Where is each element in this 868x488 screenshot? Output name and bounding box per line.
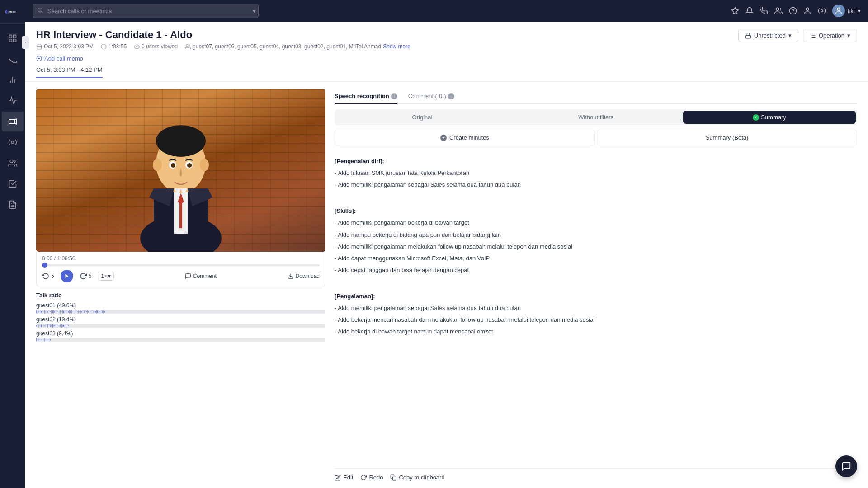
- user-name: fiki: [848, 8, 855, 14]
- help-icon[interactable]: [789, 7, 797, 15]
- video-progress-bar[interactable]: [42, 264, 320, 266]
- summary-item-4: - Aldo mampu bekerja di bidang apa pun d…: [335, 230, 855, 240]
- svg-point-48: [156, 125, 206, 157]
- summary-item-7: - Aldo cepat tanggap dan bisa belajar de…: [335, 265, 855, 275]
- content-tabs: Original Without fillers ✓ Summary: [335, 109, 857, 125]
- tab-without-fillers[interactable]: Without fillers: [509, 111, 682, 124]
- speed-label: 1×: [101, 273, 107, 279]
- avatar: [832, 5, 845, 17]
- edit-label: Edit: [343, 474, 353, 481]
- content-area: HR Interview - Candidate 1 - Aldo Oct 5,…: [25, 22, 868, 488]
- main-container: ▾: [25, 0, 868, 488]
- sidebar-item-dashboard[interactable]: [2, 28, 24, 48]
- show-more-link[interactable]: Show more: [383, 43, 410, 50]
- copy-to-clipboard-label: Copy to clipboard: [399, 474, 444, 481]
- current-time: 0:00: [42, 255, 52, 262]
- user-dropdown-icon: ▾: [858, 8, 861, 14]
- sidebar-item-analytics[interactable]: [2, 91, 24, 111]
- settings-icon[interactable]: [818, 7, 826, 15]
- summary-item-3: - Aldo memiliki pengalaman bekerja di ba…: [335, 218, 855, 228]
- play-button[interactable]: [61, 270, 73, 282]
- redo-label: Redo: [369, 474, 383, 481]
- tab-without-fillers-label: Without fillers: [578, 114, 613, 121]
- video-controls: 0:00 / 1:08:56 5: [36, 252, 326, 286]
- create-minutes-label: Create minutes: [449, 134, 489, 141]
- svg-marker-59: [65, 274, 68, 278]
- sidebar-item-video[interactable]: [2, 112, 24, 131]
- page-header-actions: Unrestricted ▾ Operation ▾: [738, 29, 857, 42]
- meta-date: Oct 5, 2023 3:03 PM: [36, 43, 94, 50]
- download-label: Download: [296, 273, 320, 279]
- chat-bubble[interactable]: [835, 455, 857, 477]
- create-minutes-button[interactable]: ✦ Create minutes: [335, 130, 595, 145]
- talk-ratio-label-guest03: guest03 (9.4%): [36, 330, 326, 337]
- sidebar-collapse-button[interactable]: ›: [22, 36, 29, 49]
- svg-point-54: [187, 163, 192, 168]
- svg-rect-35: [746, 35, 751, 38]
- tab-summary[interactable]: ✓ Summary: [683, 111, 856, 124]
- svg-rect-2: [8, 11, 9, 13]
- video-player[interactable]: [36, 89, 326, 252]
- operation-button[interactable]: Operation ▾: [803, 29, 857, 42]
- meta-duration-value: 1:08:55: [108, 43, 127, 50]
- edit-button[interactable]: Edit: [335, 474, 353, 481]
- talk-ratio-label-guest01: guest01 (49.6%): [36, 302, 326, 309]
- video-panel: 0:00 / 1:08:56 5: [36, 89, 326, 481]
- summary-item-6: - Aldo dapat menggunakan Microsoft Excel…: [335, 253, 855, 263]
- phone-icon[interactable]: [760, 7, 768, 15]
- sidebar-item-tasks[interactable]: [2, 174, 24, 194]
- comment-button[interactable]: Comment: [185, 273, 217, 279]
- svg-rect-4: [9, 35, 12, 38]
- summary-actions: Edit Redo Copy to clipboard: [335, 468, 857, 481]
- talk-ratio-section: Talk ratio guest01 (49.6%): [36, 292, 326, 344]
- meta-duration: 1:08:55: [101, 43, 127, 50]
- right-panel: Speech recognition i Comment (0) i Origi…: [335, 89, 857, 481]
- svg-rect-46: [179, 201, 182, 228]
- sidebar-item-users[interactable]: [2, 153, 24, 173]
- video-time-display: 0:00 / 1:08:56: [42, 255, 320, 262]
- tab-summary-label: Summary: [761, 114, 786, 121]
- sidebar-item-calls[interactable]: [2, 49, 24, 69]
- profile-icon[interactable]: [803, 7, 811, 15]
- svg-point-24: [837, 8, 840, 10]
- summary-item-9: - Aldo bekerja mencari nasabah dan melak…: [335, 315, 855, 325]
- operation-dropdown-icon: ▾: [847, 32, 850, 39]
- sidebar-item-integration[interactable]: [2, 132, 24, 152]
- sidebar-item-reports[interactable]: [2, 70, 24, 90]
- user-menu[interactable]: fiki ▾: [832, 5, 861, 17]
- talk-ratio-row-guest02: guest02 (19.4%): [36, 316, 326, 328]
- add-memo-button[interactable]: Add call memo: [36, 53, 410, 64]
- speech-tabs: Speech recognition i Comment (0) i: [335, 89, 857, 104]
- svg-rect-0: [5, 10, 6, 13]
- tab-comment[interactable]: Comment (0) i: [408, 89, 454, 103]
- svg-rect-61: [393, 477, 396, 480]
- operation-label: Operation: [819, 32, 844, 39]
- copy-to-clipboard-button[interactable]: Copy to clipboard: [390, 474, 444, 481]
- sidebar-navigation: [0, 24, 25, 488]
- meta-date-value: Oct 5, 2023 3:03 PM: [44, 43, 94, 50]
- rewind-label: 5: [51, 273, 54, 279]
- svg-rect-25: [37, 45, 42, 49]
- team-icon[interactable]: [774, 7, 783, 15]
- topnav: ▾: [25, 0, 868, 22]
- summary-beta-button[interactable]: Summary (Beta): [597, 130, 857, 145]
- tab-speech-recognition[interactable]: Speech recognition i: [335, 89, 397, 103]
- notifications-icon[interactable]: [745, 7, 754, 15]
- sidebar-item-notes[interactable]: [2, 195, 24, 215]
- redo-button[interactable]: Redo: [360, 474, 383, 481]
- download-button[interactable]: Download: [288, 273, 320, 279]
- speed-button[interactable]: 1× ▾: [98, 272, 114, 281]
- summary-beta-label: Summary (Beta): [706, 134, 749, 141]
- svg-rect-11: [9, 120, 15, 123]
- svg-point-14: [10, 160, 13, 163]
- unrestricted-button[interactable]: Unrestricted ▾: [738, 29, 798, 42]
- search-dropdown-icon[interactable]: ▾: [253, 8, 256, 14]
- favorites-icon[interactable]: [731, 7, 739, 15]
- forward-button[interactable]: 5: [80, 272, 92, 280]
- video-progress-dot: [42, 263, 47, 268]
- tab-speech-label: Speech recognition: [335, 93, 389, 99]
- talk-ratio-label-guest02: guest02 (19.4%): [36, 316, 326, 323]
- rewind-button[interactable]: 5: [42, 272, 54, 280]
- search-input[interactable]: [33, 4, 259, 18]
- tab-original[interactable]: Original: [336, 111, 509, 124]
